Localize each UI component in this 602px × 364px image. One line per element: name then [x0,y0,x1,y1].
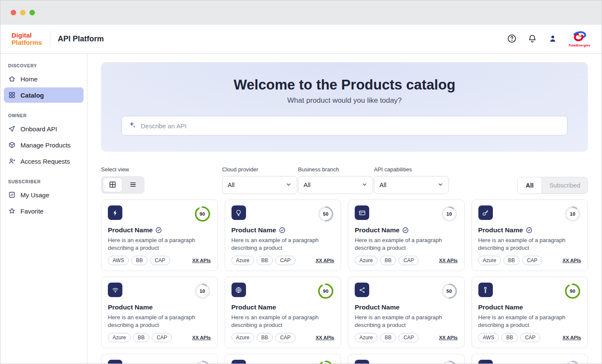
sidebar-section-label: OWNER [4,110,84,121]
score-value: 90 [564,283,581,300]
score-badge: 50 [317,205,334,222]
apis-link[interactable]: XX APIs [439,335,458,340]
score-value: 10 [564,360,581,364]
product-card[interactable]: 90 Product Name Here is an example of a … [225,277,342,348]
person-plus-icon [8,157,16,165]
sidebar-section-label: SUBSCRIBER [4,176,84,187]
sidebar-item-favorite[interactable]: Favorite [4,203,84,219]
business-branch-select[interactable]: All [298,176,373,194]
product-card[interactable]: 90 [225,354,342,364]
product-card[interactable]: 50 [101,354,218,364]
sidebar-item-catalog[interactable]: Catalog [4,87,84,103]
tag-chip: CAP [399,333,419,342]
business-branch-value: All [304,182,310,188]
cloud-provider-label: Cloud provider [222,166,297,173]
tag-list: AzureBBCAP [355,256,419,265]
totalenergies-wordmark: TotalEnergies [568,43,590,47]
score-badge: 90 [317,360,334,364]
close-window-button[interactable] [11,10,16,15]
app-header: Digital Platforms API Platform [0,25,602,54]
digital-platforms-logo[interactable]: Digital Platforms [12,32,42,46]
cloud-provider-value: All [228,182,234,188]
product-card[interactable]: 10 Product Name Here is an example of a … [472,199,588,271]
sidebar-item-label: Onboard API [20,125,57,133]
product-card[interactable]: 50 [348,354,465,364]
apis-link[interactable]: XX APIs [315,258,334,263]
flashlight-icon [478,283,493,297]
product-description: Here is an example of a paragraph descri… [478,314,574,329]
product-card[interactable]: 50 Product Name Here is an example of a … [348,277,465,348]
wifi-icon [108,283,122,297]
sidebar-item-manage-products[interactable]: Manage Products [4,137,84,153]
rss-icon [108,360,122,364]
tag-chip: CAP [150,256,170,265]
sidebar-item-label: Catalog [20,92,44,99]
sidebar-section-discovery: DISCOVERY Home Catalog [4,60,84,103]
chevron-down-icon [437,182,443,189]
product-description: Here is an example of a paragraph descri… [355,314,451,329]
bulb-icon [232,205,246,220]
toggle-subscribed[interactable]: Subscribed [542,177,588,194]
product-card[interactable]: 10 Product Name Here is an example of a … [348,199,465,271]
product-name: Product Name [478,303,523,311]
api-search-bar[interactable] [122,116,567,136]
tag-chip: AWS [478,333,499,342]
score-value: 50 [317,205,334,222]
world-icon [232,360,246,364]
product-name: Product Name [232,303,276,311]
product-card[interactable]: 10 [472,354,588,364]
apis-link[interactable]: XX APIs [315,335,334,340]
totalenergies-mark-icon [571,31,588,43]
product-card[interactable]: 90 Product Name Here is an example of a … [101,199,218,271]
chevron-down-icon [286,182,292,189]
notifications-button[interactable] [527,34,537,45]
sidebar-item-home[interactable]: Home [4,71,84,87]
sidebar-item-label: Manage Products [20,142,71,149]
toggle-all[interactable]: All [518,177,542,194]
maximize-window-button[interactable] [29,10,35,15]
sidebar-item-access-requests[interactable]: Access Requests [4,153,84,169]
apis-link[interactable]: XX APIs [562,335,581,340]
product-name: Product Name [355,303,399,311]
score-badge: 50 [441,283,458,300]
sidebar-item-my-usage[interactable]: My Usage [4,187,84,202]
list-view-button[interactable] [123,178,143,192]
sidebar-item-onboard-api[interactable]: Onboard API [4,121,84,136]
user-icon [548,34,558,45]
bell-icon [527,34,537,45]
account-button[interactable] [548,34,558,45]
tag-chip: CAP [399,256,419,265]
list-view-icon [129,181,137,190]
api-capabilities-label: API capabilities [374,166,449,173]
tag-chip: Azure [355,256,377,265]
cloud-provider-select[interactable]: All [222,176,297,194]
sidebar-item-label: Home [20,75,38,83]
minimize-window-button[interactable] [20,10,26,15]
product-card[interactable]: 50 Product Name Here is an example of a … [225,199,342,271]
describe-api-input[interactable] [141,122,561,130]
apis-link[interactable]: XX APIs [192,258,211,263]
product-card[interactable]: 90 Product Name Here is an example of a … [472,277,588,348]
tag-list: AWSBBCAP [108,256,170,265]
score-badge: 50 [194,360,211,364]
main-content: Welcome to the Products catalog What pro… [87,54,602,364]
api-capabilities-select[interactable]: All [374,176,449,194]
tag-chip: BB [504,256,520,265]
tag-list: AWSBBCAP [478,333,541,342]
score-value: 10 [441,205,458,222]
sidebar-section-owner: OWNER Onboard API Manage Products Access… [4,110,84,169]
app-window: Digital Platforms API Platform [0,0,602,364]
apis-link[interactable]: XX APIs [439,258,458,263]
totalenergies-logo[interactable]: TotalEnergies [568,31,590,47]
apis-link[interactable]: XX APIs [192,335,211,340]
help-button[interactable] [507,34,517,45]
apis-link[interactable]: XX APIs [562,258,581,263]
tag-chip: AWS [108,256,129,265]
star-icon [8,207,16,215]
product-card[interactable]: 10 Product Name Here is an example of a … [101,277,218,348]
grid-view-icon [109,181,116,190]
grid-view-button[interactable] [103,178,122,192]
tag-chip: CAP [520,333,540,342]
sidebar-item-label: Access Requests [20,158,70,165]
tag-list: AzureBBCAP [108,333,172,342]
